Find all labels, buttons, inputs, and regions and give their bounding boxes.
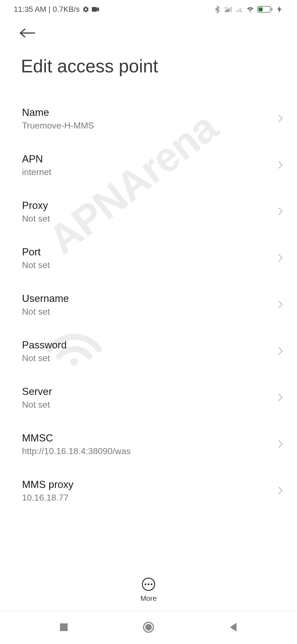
setting-label: Username	[22, 293, 278, 304]
svg-rect-10	[239, 9, 240, 12]
setting-value: 10.16.18.77	[22, 493, 278, 503]
chevron-right-icon	[278, 440, 283, 449]
status-left: 11:35 AM | 0.7KB/s	[14, 5, 100, 14]
back-button[interactable]	[0, 17, 297, 40]
chevron-right-icon	[278, 300, 283, 310]
settings-list: Name Truemove-H-MMS APN internet Proxy N…	[0, 88, 297, 514]
status-right: 4G × 38	[213, 6, 283, 13]
signal-none-icon: ×	[235, 6, 243, 13]
setting-value: Not set	[22, 353, 278, 363]
svg-rect-9	[237, 10, 238, 12]
chevron-right-icon	[278, 207, 283, 217]
setting-proxy[interactable]: Proxy Not set	[0, 189, 297, 235]
svg-text:×: ×	[241, 10, 242, 13]
wifi-icon	[246, 6, 254, 13]
setting-value: Not set	[22, 307, 278, 317]
setting-server[interactable]: Server Not set	[0, 375, 297, 421]
svg-rect-7	[231, 7, 232, 12]
setting-label: Port	[22, 246, 278, 258]
setting-mms-proxy[interactable]: MMS proxy 10.16.18.77	[0, 468, 297, 514]
status-bar: 11:35 AM | 0.7KB/s 4G × 38	[0, 0, 297, 17]
chevron-right-icon	[278, 486, 283, 496]
setting-name[interactable]: Name Truemove-H-MMS	[0, 96, 297, 142]
page-title: Edit access point	[0, 40, 297, 88]
gear-icon	[82, 6, 90, 13]
setting-value: Not set	[22, 400, 278, 410]
more-label: More	[140, 594, 156, 603]
svg-rect-6	[229, 8, 230, 12]
bluetooth-icon	[213, 6, 221, 13]
setting-value: Not set	[22, 214, 278, 224]
signal-4g-icon: 4G	[224, 6, 232, 13]
setting-label: Server	[22, 386, 278, 397]
svg-rect-5	[228, 9, 229, 12]
nav-back-icon[interactable]	[228, 622, 238, 634]
svg-rect-1	[92, 7, 97, 12]
chevron-right-icon	[278, 393, 283, 403]
svg-rect-13	[60, 623, 68, 631]
setting-label: Password	[22, 339, 278, 351]
svg-rect-3	[225, 10, 226, 12]
setting-mmsc[interactable]: MMSC http://10.16.18.4:38090/was	[0, 421, 297, 468]
nav-recent-icon[interactable]	[59, 622, 69, 633]
chevron-right-icon	[278, 114, 283, 124]
svg-rect-4	[226, 10, 227, 12]
setting-value: http://10.16.18.4:38090/was	[22, 446, 278, 456]
status-network-speed: 0.7KB/s	[53, 5, 80, 14]
setting-label: APN	[22, 153, 278, 165]
setting-apn[interactable]: APN internet	[0, 142, 297, 189]
svg-point-15	[145, 624, 152, 631]
setting-label: MMSC	[22, 432, 278, 444]
svg-text:4G: 4G	[224, 6, 228, 9]
svg-rect-8	[236, 10, 237, 12]
setting-value: internet	[22, 167, 278, 177]
setting-label: MMS proxy	[22, 479, 278, 490]
camera-icon	[92, 6, 100, 13]
setting-label: Name	[22, 107, 278, 118]
status-time: 11:35 AM	[14, 5, 46, 14]
navigation-bar	[0, 611, 297, 644]
setting-username[interactable]: Username Not set	[0, 282, 297, 328]
setting-value: Not set	[22, 260, 278, 270]
more-button[interactable]: More	[0, 578, 297, 603]
battery-indicator: 38	[257, 6, 272, 13]
status-separator: |	[48, 5, 50, 14]
setting-value: Truemove-H-MMS	[22, 121, 278, 131]
chevron-right-icon	[278, 253, 283, 263]
setting-port[interactable]: Port Not set	[0, 235, 297, 282]
setting-label: Proxy	[22, 200, 278, 211]
lightning-icon	[276, 6, 283, 13]
more-icon	[142, 578, 155, 591]
setting-password[interactable]: Password Not set	[0, 328, 297, 375]
chevron-right-icon	[278, 346, 283, 356]
nav-home-icon[interactable]	[142, 621, 155, 634]
chevron-right-icon	[278, 160, 283, 170]
